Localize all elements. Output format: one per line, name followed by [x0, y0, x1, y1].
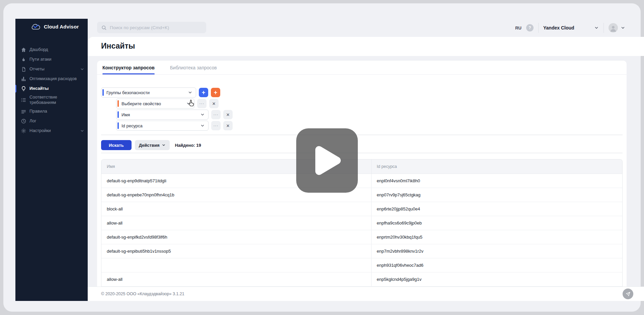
cell-resource-id: enph931qf06vheoc7ad6 [371, 258, 622, 272]
table-row[interactable]: enph931qf06vheoc7ad6 [101, 258, 622, 272]
help-icon[interactable]: ? [526, 24, 534, 32]
cloud-check-icon [30, 22, 41, 31]
more-options-button[interactable]: ··· [211, 110, 221, 119]
tab-bar: Конструктор запросов Библиотека запросов [97, 61, 627, 75]
table-row[interactable]: allow-all enpfha9cs6o69c9jp0eb [101, 216, 622, 230]
sidebar-item[interactable]: Пути атаки [15, 55, 88, 64]
cell-resource-id: enp6rte20jjp852qu0e4 [371, 202, 622, 216]
results-table: Имя Id ресурса default-sg-enp9dltnatp571… [101, 159, 623, 287]
table-row[interactable]: block-all enp6rte20jjp852qu0e4 [101, 202, 622, 216]
query-row-resource-type: Группы безопасности + + [101, 87, 623, 98]
checklist-icon [21, 97, 26, 103]
more-options-button[interactable]: ··· [211, 121, 221, 130]
language-switcher[interactable]: RU [515, 25, 521, 30]
cell-name: default-sg-enpibuti5hb1v1nssop5 [101, 244, 371, 258]
table-row[interactable]: default-sg-enpibuti5hb1v1nssop5 enp7m2vb… [101, 244, 622, 258]
remove-row-button[interactable]: ✕ [209, 99, 219, 108]
action-row: Искать Действия Найдено: 19 [101, 140, 623, 150]
property-select[interactable]: Выберите свойство [116, 99, 194, 109]
sidebar-item[interactable]: Правила [15, 107, 88, 116]
user-menu[interactable] [609, 23, 625, 33]
tab[interactable]: Конструктор запросов [102, 61, 155, 74]
query-row-property: Выберите свойство ··· ✕ [116, 99, 623, 109]
copyright-text: © 2020-2025 ООО «Клаудэдвайзор» 3.1.21 [101, 292, 184, 296]
gear-icon [21, 128, 26, 134]
chevron-down-icon [594, 25, 599, 30]
chevron-down-icon [162, 143, 166, 147]
column-select-resource-id[interactable]: Id ресурса [116, 121, 209, 131]
search-button[interactable]: Искать [101, 140, 132, 150]
divider [101, 135, 623, 135]
table-row[interactable]: default-sg-enpifkd2vsfd98f3lf6h enprtm20… [101, 230, 622, 244]
screen: RU ? Yandex Cloud [0, 0, 644, 315]
column-select-name[interactable]: Имя [116, 110, 209, 120]
divider [538, 23, 539, 33]
sidebar-menu: Дашборд Пути атаки [15, 45, 88, 136]
remove-row-button[interactable]: ✕ [223, 110, 233, 119]
add-group-button[interactable]: + [211, 88, 220, 97]
results-count: Найдено: 19 [175, 143, 201, 148]
cell-resource-id: enp7m2vbhr898knv1r2v [371, 244, 622, 258]
cell-resource-id: enp5kglcnd4p5jga9g1v [371, 272, 622, 286]
add-condition-button[interactable]: + [199, 88, 208, 97]
cell-resource-id: enp07rv9p7sj65ctgkag [371, 188, 622, 202]
table-row[interactable]: default-sg-enp9dltnatp571itdgli enpl0nf4… [101, 174, 622, 188]
page-header [88, 37, 644, 56]
cell-name: block-all [101, 202, 371, 216]
cell-name: default-sg-enpifkd2vsfd98f3lf6h [101, 230, 371, 244]
home-icon [21, 47, 26, 53]
divider [603, 23, 604, 33]
topbar-controls: RU ? Yandex Cloud [515, 19, 625, 37]
document-icon [21, 66, 26, 72]
chevron-down-icon [200, 123, 205, 128]
chevron-down-icon [200, 112, 205, 117]
sidebar-item[interactable]: Соответствие требованиям [15, 93, 88, 107]
cell-name: allow-all [101, 272, 371, 286]
cell-resource-id: enpl0nf4vsn0ml7ik8h0 [371, 174, 622, 188]
chevron-down-icon [80, 67, 84, 71]
play-icon [312, 144, 342, 177]
remove-row-button[interactable]: ✕ [223, 121, 233, 130]
sidebar-item[interactable]: Дашборд [15, 45, 88, 55]
brand-logo[interactable]: Cloud Advisor [30, 22, 79, 31]
query-row-column-name: Имя ··· ✕ [116, 110, 623, 120]
brand-name: Cloud Advisor [44, 24, 79, 29]
sidebar-item[interactable]: Инсайты [15, 84, 88, 93]
flame-icon [21, 57, 26, 62]
table-row[interactable]: allow-all enp5kglcnd4p5jga9g1v [101, 272, 622, 286]
sidebar-item[interactable]: Настройки [15, 126, 88, 136]
video-play-button[interactable] [296, 128, 358, 193]
organization-select[interactable]: Yandex Cloud [543, 25, 599, 30]
paper-plane-icon [626, 292, 631, 297]
table-header-row: Имя Id ресурса [101, 160, 622, 174]
resource-search[interactable] [97, 22, 206, 33]
chevron-down-icon [188, 90, 192, 95]
telegram-button[interactable] [623, 289, 633, 299]
rules-icon [21, 109, 26, 114]
resource-type-select[interactable]: Группы безопасности [101, 87, 196, 98]
cell-resource-id: enpfha9cs6o69c9jp0eb [371, 216, 622, 230]
column-header-resource-id: Id ресурса [371, 160, 622, 174]
insights-card: Конструктор запросов Библиотека запросов… [97, 61, 627, 287]
tab[interactable]: Библиотека запросов [170, 61, 217, 74]
table-row[interactable]: default-sg-enpebe70npn0fhn4cq1b enp07rv9… [101, 188, 622, 202]
cell-resource-id: enprtm20hv30kbq1fqu5 [371, 230, 622, 244]
query-builder: Группы безопасности + + Выберите свойств… [101, 75, 623, 131]
sidebar-item[interactable]: Оптимизация расходов [15, 74, 88, 84]
lightbulb-icon [21, 86, 26, 91]
sidebar-item[interactable]: Отчеты [15, 64, 88, 74]
app-frame: RU ? Yandex Cloud [3, 3, 641, 312]
sidebar: Cloud Advisor Дашборд Пути атаки [15, 19, 88, 301]
chevron-down-icon [80, 129, 84, 133]
cell-name [101, 258, 371, 272]
organization-name: Yandex Cloud [543, 25, 594, 30]
query-row-column-id: Id ресурса ··· ✕ [116, 121, 623, 131]
more-options-button[interactable]: ··· [197, 99, 207, 108]
footer: © 2020-2025 ООО «Клаудэдвайзор» 3.1.21 [88, 287, 644, 301]
sidebar-item[interactable]: Лог [15, 116, 88, 126]
page-title: Инсайты [101, 42, 135, 51]
actions-dropdown-button[interactable]: Действия [135, 140, 170, 150]
divider [101, 153, 623, 153]
search-input[interactable] [110, 25, 202, 30]
avatar [609, 23, 618, 33]
